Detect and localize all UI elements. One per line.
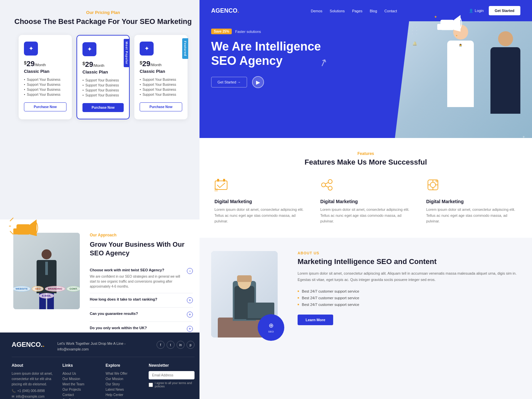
get-started-button[interactable]: Get Started (489, 6, 520, 15)
footer-newsletter-title: Newsletter (149, 363, 195, 368)
footer-link[interactable]: Our Projects (63, 398, 101, 399)
facebook-icon[interactable]: f (157, 341, 165, 349)
pricing-subtitle: Our Pricing Plan (13, 10, 193, 15)
pricing-title: Choose The Best Package For Your SEO Mar… (13, 17, 193, 27)
faq-toggle-icon[interactable]: − (187, 268, 193, 274)
hero-cta-button[interactable]: Get Started → (211, 77, 247, 87)
footer-explore-item[interactable]: Latest News (106, 398, 144, 399)
approach-content: Our Approach Grow Your Business With Our… (90, 233, 193, 336)
feature-desc-1: Lorem ipsum dolor sit amet, consectetur … (320, 207, 411, 224)
svg-point-16 (322, 183, 326, 187)
feature-item-2: + Digital Marketing Lorem ipsum dolor si… (423, 178, 520, 224)
footer-links-col: Links About UsOur MissionMeet the TeamOu… (63, 363, 101, 399)
features-subtitle: Features (211, 151, 520, 156)
feature-item-0: Digital Marketing Lorem ipsum dolor sit … (211, 178, 309, 224)
faq-answer: We are confident in our SEO strategies a… (90, 274, 187, 289)
footer-about-title: About (12, 363, 58, 368)
nav-actions: 👤 Login Get Started (469, 6, 520, 15)
purchase-button[interactable]: Purchase Now (140, 102, 182, 111)
right-panel: AGENCO. Demos Solutions Pages Blog Conta… (200, 0, 532, 399)
footer-columns: About Lorem ipsum dolor sit amet, consec… (12, 363, 195, 399)
nav-login[interactable]: 👤 Login (469, 9, 484, 13)
footer-explore-item[interactable]: What We Offer (106, 371, 144, 376)
about-desc: Lorem ipsum dolor sit amet, consectetur … (298, 270, 520, 283)
footer-link[interactable]: Our Projects (63, 387, 101, 392)
nav-pages[interactable]: Pages (352, 8, 362, 14)
faq-question: Do you only work within the UK? (90, 326, 187, 330)
play-button[interactable]: ▶ (252, 76, 264, 88)
svg-point-18 (328, 186, 332, 190)
plan-icon: ✦ (140, 42, 154, 56)
svg-rect-7 (13, 228, 18, 234)
svg-line-8 (10, 218, 13, 221)
pinterest-icon[interactable]: p (187, 341, 195, 349)
footer-newsletter-col: Newsletter I agree to all your terms and… (149, 363, 195, 399)
pricing-card-1: Most Popular ✦ $29/Month Classic Plan Su… (76, 35, 130, 119)
nav-demos[interactable]: Demos (311, 8, 323, 14)
about-list-item-0: Best 24/7 customer support service (298, 288, 520, 295)
nav-solutions[interactable]: Solutions (330, 8, 345, 14)
plan-feature: Support Your Business (140, 87, 182, 92)
footer-link[interactable]: Contact (63, 392, 101, 398)
faq-item-2[interactable]: Can you guarantee results? + (90, 308, 193, 322)
newsletter-checkbox[interactable] (149, 383, 153, 387)
main-nav: AGENCO. Demos Solutions Pages Blog Conta… (200, 0, 532, 21)
svg-line-19 (326, 183, 328, 184)
faq-question: Choose work with mint twist SEO Agency? (90, 268, 187, 272)
featured-badge: Featured (182, 38, 188, 59)
footer-link[interactable]: About Us (63, 371, 101, 376)
footer-explore-title: Explore (106, 363, 144, 368)
plan-name: Classic Plan (82, 69, 124, 74)
footer-phone: 📞+1 (046) 006-8898 (12, 389, 58, 393)
newsletter-input[interactable] (149, 371, 195, 379)
hero-content: Save 25% Faster solutions We Are Intelli… (200, 21, 339, 88)
pricing-cards: ✦ $29/Month Classic Plan Support Your Bu… (13, 35, 193, 119)
footer-explore-item[interactable]: Help Center (106, 392, 144, 398)
faq-toggle-icon[interactable]: + (187, 326, 193, 332)
plan-name: Classic Plan (140, 69, 182, 74)
nav-blog[interactable]: Blog (370, 8, 377, 14)
faq-question: Can you guarantee results? (90, 312, 187, 316)
svg-text:✦: ✦ (434, 15, 437, 19)
footer-brand: AGENCO.. (12, 341, 45, 348)
purchase-button[interactable]: Purchase Now (82, 103, 124, 112)
about-list: Best 24/7 customer support serviceBest 2… (298, 288, 520, 308)
hero-image-area: 👩‍💼 ●●●●● ●●●●● ●●●●● ✦ (392, 21, 532, 138)
plan-feature: Support Your Business (24, 77, 66, 82)
instagram-icon[interactable]: in (177, 341, 185, 349)
footer-about-text: Lorem ipsum dolor sit amet, consectetur … (12, 371, 58, 387)
approach-title: Grow Your Business With Our SEO Agency (90, 240, 193, 257)
features-grid: Digital Marketing Lorem ipsum dolor sit … (211, 178, 520, 224)
faq-item-1[interactable]: How long does it take to start ranking? … (90, 293, 193, 308)
footer-section: AGENCO.. Let's Work Together Just Drop M… (0, 332, 206, 399)
megaphone-decoration-tr: ✦ ✦ (432, 10, 462, 41)
footer-link[interactable]: Meet the Team (63, 382, 101, 387)
purchase-button[interactable]: Purchase Now (24, 102, 66, 111)
faq-item-0[interactable]: Choose work with mint twist SEO Agency?W… (90, 264, 193, 293)
footer-explore-item[interactable]: Our Mission (106, 376, 144, 382)
plan-features: Support Your BusinessSupport Your Busine… (24, 77, 66, 97)
footer-explore-item[interactable]: Latest News (106, 387, 144, 392)
faq-toggle-icon[interactable]: + (187, 312, 193, 318)
twitter-icon[interactable]: t (167, 341, 175, 349)
plan-icon: ✦ (24, 42, 38, 56)
svg-line-20 (326, 186, 328, 187)
svg-line-10 (10, 231, 13, 234)
hero-title: We Are Intelligence SEO Agency (211, 39, 328, 68)
newsletter-checkbox-label: I agree to all your terms and policies (149, 381, 195, 388)
faq-toggle-icon[interactable]: + (187, 297, 193, 303)
about-section: ⊕ SEO ABOUT US Marketing Intelligence SE… (200, 238, 532, 351)
about-content: ABOUT US Marketing Intelligence SEO and … (298, 251, 520, 325)
plan-features: Support Your BusinessSupport Your Busine… (140, 77, 182, 97)
approach-subtitle: Our Approach (90, 233, 193, 237)
footer-explore-item[interactable]: Our Story (106, 382, 144, 387)
plan-feature: Support Your Business (140, 82, 182, 87)
plan-feature: Support Your Business (24, 87, 66, 92)
nav-contact[interactable]: Contact (384, 8, 397, 14)
learn-more-button[interactable]: Learn More (298, 315, 333, 325)
footer-links-title: Links (63, 363, 101, 368)
plan-price: $29/Month (140, 60, 182, 68)
svg-text:✦: ✦ (456, 34, 458, 37)
pricing-card-0: ✦ $29/Month Classic Plan Support Your Bu… (19, 35, 72, 119)
footer-link[interactable]: Our Mission (63, 376, 101, 382)
